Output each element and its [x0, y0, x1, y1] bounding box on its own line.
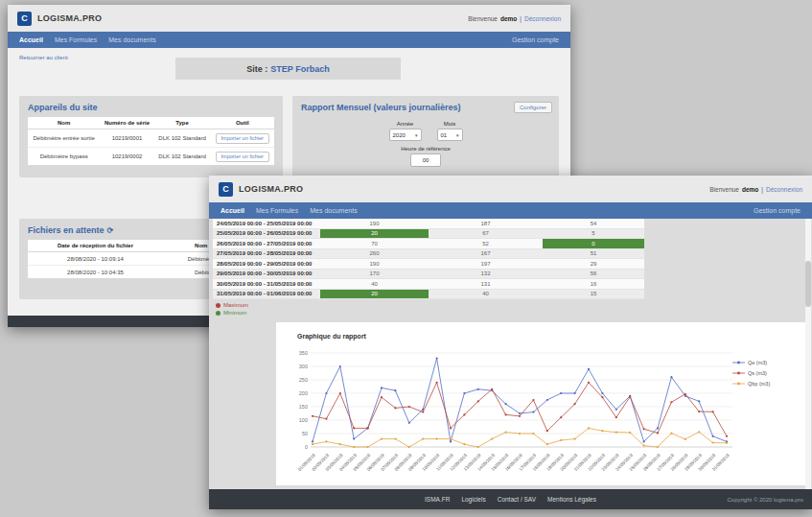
logo-letter: C [21, 13, 28, 23]
qs-value: 132 [429, 270, 543, 279]
configure-button[interactable]: Configurer [514, 102, 552, 113]
daily-report-table: 24/05/2019 00:00 - 25/05/2019 00:00 190 … [213, 219, 644, 299]
svg-text:200: 200 [299, 390, 308, 396]
svg-text:Qs (m3): Qs (m3) [748, 370, 767, 376]
nav-item-accueil[interactable]: Accueil [19, 36, 43, 43]
refresh-icon[interactable]: ⟳ [107, 226, 114, 235]
device-name-link[interactable]: Débitmètre entrée sortie [28, 129, 100, 148]
qe-value: 40 [320, 279, 429, 289]
site-name: STEP Forbach [270, 64, 329, 74]
qs-value: 67 [429, 229, 543, 239]
device-type: DLK 102 Standard [154, 148, 211, 166]
qbp-value: 56 [543, 270, 644, 279]
month-select[interactable]: 01 ▾ [437, 129, 463, 141]
username: demo [742, 186, 758, 193]
nav-item-mes-documents[interactable]: Mes documents [108, 36, 155, 43]
qbp-value: 5 [543, 229, 644, 239]
logisma-logo-icon: C [17, 12, 32, 26]
welcome-text: Bienvenue [468, 15, 498, 22]
logout-link[interactable]: Déconnexion [524, 15, 561, 22]
brand-title: LOGISMA.PRO [37, 13, 102, 23]
table-row: 26/05/2019 00:00 - 27/05/2019 00:00 70 5… [213, 239, 644, 249]
logo-letter: C [222, 184, 229, 194]
table-row: 30/05/2019 00:00 - 31/05/2019 00:00 40 1… [213, 279, 644, 290]
import-file-button[interactable]: Importer un fichier [216, 133, 269, 144]
nav-item-mes-formules[interactable]: Mes Formules [256, 207, 298, 214]
import-file-button[interactable]: Importer un fichier [216, 152, 269, 162]
qe-value: 170 [320, 270, 429, 279]
footer-link-logiciels[interactable]: Logiciels [461, 496, 485, 503]
vertical-scrollbar[interactable] [805, 219, 811, 489]
nav-item-accueil[interactable]: Accueil [220, 207, 244, 214]
date-range: 28/05/2019 00:00 - 29/05/2019 00:00 [213, 259, 320, 269]
brand-title: LOGISMA.PRO [239, 184, 303, 194]
legend-minimum: Minimum [216, 310, 248, 316]
qe-value: 190 [320, 259, 429, 269]
qbp-value: 16 [543, 279, 644, 289]
month-label: Mois [444, 121, 456, 127]
qe-value-minimum: 20 [320, 290, 429, 299]
svg-text:250: 250 [299, 377, 308, 383]
table-row: 29/05/2019 00:00 - 30/05/2019 00:00 170 … [213, 270, 644, 280]
logisma-logo-icon: C [219, 182, 233, 197]
logout-link[interactable]: Déconnexion [766, 186, 802, 193]
svg-text:0: 0 [305, 444, 308, 450]
table-row: 28/05/2019 00:00 - 29/05/2019 00:00 190 … [213, 259, 644, 270]
device-name-link[interactable]: Débitmètre bypass [28, 148, 100, 166]
qbp-value: 51 [543, 249, 644, 259]
app-header: C LOGISMA.PRO Bienvenue demo | Déconnexi… [209, 176, 812, 202]
copyright-text: Copyright © 2020 logisma.pro [728, 497, 803, 503]
minimum-dot-icon [216, 311, 220, 316]
svg-text:Qbp (m3): Qbp (m3) [748, 381, 770, 387]
report-fields: Année 2020 ▾ Mois 01 ▾ [301, 121, 550, 167]
monthly-report-panel: Rapport Mensuel (valeurs journalières) C… [292, 96, 559, 184]
qs-value: 167 [429, 249, 543, 259]
username: demo [500, 15, 517, 22]
qbp-value-minimum: 0 [543, 239, 644, 248]
nav-item-gestion-compte[interactable]: Gestion compte [512, 36, 559, 43]
nav-item-mes-formules[interactable]: Mes Formules [55, 36, 97, 43]
device-serial: 10219/0002 [100, 148, 153, 166]
scrollbar-thumb[interactable] [805, 261, 811, 307]
date-range: 29/05/2019 00:00 - 30/05/2019 00:00 [213, 270, 320, 279]
date-range: 24/05/2019 00:00 - 25/05/2019 00:00 [213, 219, 320, 228]
qbp-value: 29 [543, 259, 644, 269]
svg-text:100: 100 [299, 417, 308, 423]
site-label: Site : [246, 64, 267, 74]
footer-link-isma[interactable]: ISMA.FR [425, 496, 450, 503]
table-row: Débitmètre entrée sortie 10219/0001 DLK … [28, 129, 274, 148]
site-footer: ISMA.FR Logiciels Contact / SAV Mentions… [209, 489, 812, 509]
devices-table: Nom Numéro de série Type Outil Débitmètr… [28, 117, 274, 165]
qe-value: 190 [320, 219, 429, 228]
chevron-down-icon: ▾ [456, 132, 459, 138]
app-header: C LOGISMA.PRO Bienvenue demo | Déconnexi… [8, 5, 570, 32]
nav-item-mes-documents[interactable]: Mes documents [310, 207, 357, 214]
report-chart-panel: Graphique du rapport 0501001502002503003… [276, 322, 810, 485]
legend-maximum: Maximum [216, 302, 248, 308]
year-select[interactable]: 2020 ▾ [389, 129, 422, 141]
col-type: Type [154, 117, 211, 129]
nav-item-gestion-compte[interactable]: Gestion compte [754, 207, 800, 214]
qbp-value: 15 [543, 290, 644, 299]
table-row: Débitmètre bypass 10219/0002 DLK 102 Sta… [28, 148, 274, 166]
desktop: C LOGISMA.PRO Bienvenue demo | Déconnexi… [0, 0, 812, 517]
main-nav: Accueil Mes Formules Mes documents Gesti… [8, 32, 570, 48]
front-window: C LOGISMA.PRO Bienvenue demo | Déconnexi… [209, 176, 812, 509]
qs-value: 131 [429, 279, 543, 289]
footer-link-mentions-legales[interactable]: Mentions Légales [547, 496, 596, 503]
footer-link-contact-sav[interactable]: Contact / SAV [498, 496, 536, 503]
table-row: 31/05/2019 00:00 - 01/06/2019 00:00 20 4… [213, 290, 644, 300]
device-serial: 10219/0001 [100, 129, 153, 148]
col-serial: Numéro de série [100, 117, 153, 129]
date-range: 25/05/2019 00:00 - 26/05/2019 00:00 [213, 229, 320, 239]
return-client-link[interactable]: Retourner au client [19, 55, 68, 60]
svg-text:150: 150 [299, 404, 308, 410]
minmax-legend: Maximum Minimum [216, 302, 248, 316]
svg-text:50: 50 [302, 431, 308, 436]
welcome-area: Bienvenue demo | Déconnexion [468, 15, 561, 22]
date-range: 27/05/2019 00:00 - 28/05/2019 00:00 [213, 249, 320, 259]
table-row: 27/05/2019 00:00 - 28/05/2019 00:00 260 … [213, 249, 644, 260]
qe-value: 70 [320, 239, 429, 248]
ref-hour-input[interactable] [410, 153, 441, 167]
main-nav: Accueil Mes Formules Mes documents Gesti… [209, 202, 812, 219]
